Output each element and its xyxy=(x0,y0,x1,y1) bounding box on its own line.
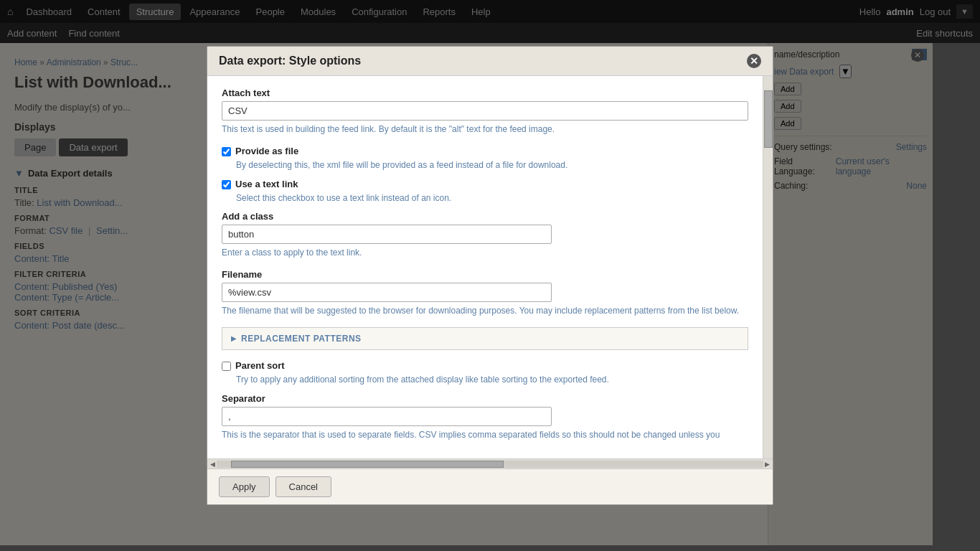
modal-overlay: Data export: Style options ✕ Attach text… xyxy=(0,0,980,43)
